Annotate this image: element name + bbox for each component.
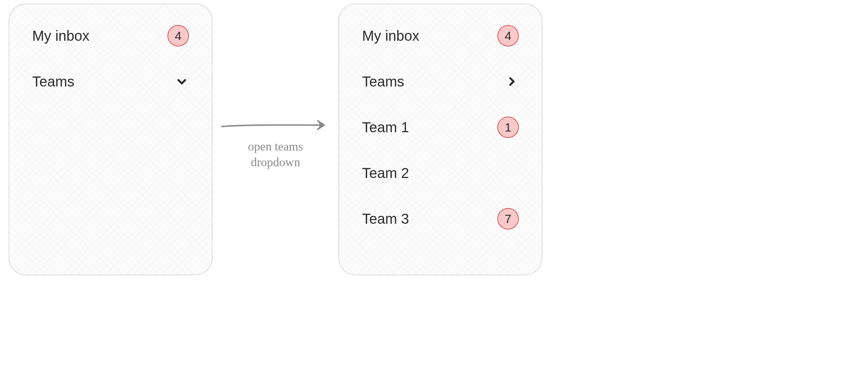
inbox-label: My inbox [362, 28, 419, 44]
diagram-stage: My inbox 4 Teams open teams dropdown My … [0, 0, 868, 366]
team-label: Team 1 [362, 119, 409, 135]
arrow-icon [218, 114, 333, 136]
sidebar-panel-expanded: My inbox 4 Teams Team 1 1 Team 2 Team 3 … [338, 4, 542, 275]
team-row[interactable]: Team 2 [362, 162, 519, 184]
team-label: Team 3 [362, 211, 409, 227]
sidebar-panel-collapsed: My inbox 4 Teams [9, 4, 213, 275]
inbox-row[interactable]: My inbox 4 [362, 24, 519, 47]
inbox-badge: 4 [167, 25, 189, 46]
chevron-right-icon [504, 74, 519, 89]
chevron-down-icon [175, 74, 189, 89]
inbox-label: My inbox [32, 28, 89, 44]
teams-row[interactable]: Teams [362, 70, 519, 93]
team-badge: 7 [497, 208, 519, 229]
teams-label: Teams [32, 74, 74, 90]
teams-label: Teams [362, 74, 404, 90]
team-row[interactable]: Team 1 1 [362, 116, 519, 139]
inbox-row[interactable]: My inbox 4 [32, 24, 189, 47]
inbox-badge: 4 [497, 25, 519, 46]
teams-row[interactable]: Teams [32, 70, 189, 93]
team-badge: 1 [497, 117, 519, 138]
transition-caption: open teams dropdown [248, 139, 303, 170]
transition-arrow: open teams dropdown [218, 114, 333, 186]
team-badge-empty [499, 163, 519, 183]
team-row[interactable]: Team 3 7 [362, 207, 519, 230]
team-label: Team 2 [362, 165, 409, 181]
